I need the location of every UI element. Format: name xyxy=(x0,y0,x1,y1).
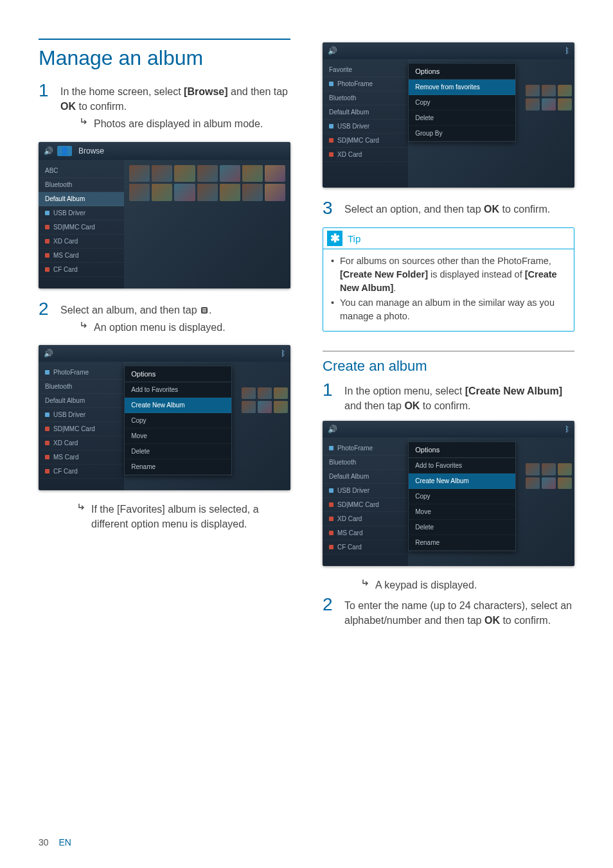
ss-sidebar-item: Bluetooth xyxy=(323,91,408,105)
tip-body: For albums on sources other than the Pho… xyxy=(323,249,574,331)
result-text: Photos are displayed in album mode. xyxy=(94,116,263,131)
ss-main: Options Add to FavoritesCreate New Album… xyxy=(124,362,290,490)
ss-sidebar: FavoritePhotoFrameBluetoothDefault Album… xyxy=(323,59,408,188)
ss-sidebar-item: PhotoFrame xyxy=(323,77,408,91)
step-body: Select an album, and then tap . An optio… xyxy=(60,300,290,337)
ss-popup-item: Add to Favorites xyxy=(409,458,515,474)
ss-thumbs xyxy=(129,165,285,202)
result-arrow-icon xyxy=(80,320,89,335)
volume-icon: 🔊 xyxy=(44,146,53,155)
step-result: A keypad is displayed. xyxy=(361,578,574,592)
ss-sidebar-item: USB Driver xyxy=(39,408,124,422)
bluetooth-icon: ᛒ xyxy=(565,425,569,434)
screenshot-browse: 🔊 👤 Browse ABCBluetoothDefault AlbumUSB … xyxy=(39,142,290,288)
ss-popup-item: Create New Album xyxy=(409,474,515,489)
ss-sidebar: PhotoFrameBluetoothDefault AlbumUSB Driv… xyxy=(39,362,124,490)
tip-box: ✱ Tip For albums on sources other than t… xyxy=(323,227,574,332)
section-title: Manage an album xyxy=(39,39,290,70)
create-step-2: 2 To enter the name (up to 24 characters… xyxy=(323,596,574,628)
text: . xyxy=(209,305,211,315)
ss-sidebar-item: Bluetooth xyxy=(39,380,124,394)
ss-popup-item: Create New Album xyxy=(125,398,231,413)
volume-icon: 🔊 xyxy=(328,46,337,55)
ss-popup-item: Move xyxy=(125,429,231,444)
ss-popup-title: Options xyxy=(409,64,515,80)
ss-popup-item: Delete xyxy=(409,111,515,126)
ss-popup-item: Copy xyxy=(409,489,515,504)
text: to confirm. xyxy=(76,101,127,112)
ss-popup-item: Delete xyxy=(125,444,231,459)
text: In the option menu, select xyxy=(344,385,465,396)
ss-sidebar-item: PhotoFrame xyxy=(323,441,408,456)
bluetooth-icon: ᛒ xyxy=(565,46,569,55)
step-result: If the [Favorites] album is selected, a … xyxy=(77,502,290,531)
ss-sidebar-item: SD|MMC Card xyxy=(323,498,408,512)
ss-sidebar-item: Default Album xyxy=(39,192,124,206)
ss-main: Options Add to FavoritesCreate New Album… xyxy=(408,438,574,566)
svg-rect-2 xyxy=(202,310,206,310)
step-result: Photos are displayed in album mode. xyxy=(80,116,290,131)
ss-sidebar: ABCBluetoothDefault AlbumUSB DriverSD|MM… xyxy=(39,160,124,288)
step-number: 1 xyxy=(39,82,51,100)
ss-popup: Options Add to FavoritesCreate New Album… xyxy=(408,441,516,551)
text: Select an album, and then tap xyxy=(60,305,200,315)
result-arrow-icon xyxy=(80,116,89,131)
screenshot-create-album: 🔊 ᛒ PhotoFrameBluetoothDefault AlbumUSB … xyxy=(323,421,574,566)
ss-popup-item: Rename xyxy=(409,535,515,551)
step-body: In the option menu, select [Create New A… xyxy=(344,381,574,413)
ss-sidebar-item: XD Card xyxy=(39,235,124,249)
step-number: 2 xyxy=(323,596,335,614)
tip-item: You can manage an album in the similar w… xyxy=(331,296,566,323)
ss-popup-title: Options xyxy=(409,442,515,458)
person-icon: 👤 xyxy=(57,146,72,156)
ss-sidebar-item: Bluetooth xyxy=(39,178,124,192)
ss-popup-item: Add to Favorites xyxy=(125,382,231,398)
step-number: 1 xyxy=(323,381,335,399)
page-footer: 30 EN xyxy=(39,837,71,847)
ss-thumbs xyxy=(526,463,572,489)
ss-popup: Options Remove from favoritesCopyDeleteG… xyxy=(408,63,516,142)
ss-sidebar-item: Default Album xyxy=(39,394,124,408)
page-lang: EN xyxy=(58,837,71,847)
ss-title: Browse xyxy=(78,146,104,155)
step-number: 3 xyxy=(323,199,335,217)
step-number: 2 xyxy=(39,300,51,318)
result-arrow-icon xyxy=(77,502,86,531)
ss-sidebar-item: PhotoFrame xyxy=(39,366,124,380)
ss-sidebar-item: MS Card xyxy=(39,249,124,263)
ss-header: 🔊 👤 Browse xyxy=(39,142,290,160)
create-step-1: 1 In the option menu, select [Create New… xyxy=(323,381,574,413)
ss-sidebar-item: Bluetooth xyxy=(323,456,408,470)
screenshot-options: 🔊 ᛒ PhotoFrameBluetoothDefault AlbumUSB … xyxy=(39,345,290,490)
ss-sidebar-item: SD|MMC Card xyxy=(323,134,408,148)
result-text: If the [Favorites] album is selected, a … xyxy=(91,502,290,531)
ss-header: 🔊 ᛒ xyxy=(39,345,290,362)
result-text: A keypad is displayed. xyxy=(375,578,477,592)
step-1: 1 In the home screen, select [Browse] an… xyxy=(39,82,290,134)
ss-sidebar-item: USB Driver xyxy=(323,484,408,498)
ss-sidebar-item: Default Album xyxy=(323,470,408,484)
result-text: An option menu is displayed. xyxy=(94,320,226,335)
ss-popup-item: Copy xyxy=(125,413,231,429)
text-bold: OK xyxy=(484,204,499,215)
text: Select an option, and then tap xyxy=(344,204,484,215)
step-body: Select an option, and then tap OK to con… xyxy=(344,199,574,217)
ss-sidebar-item: Favorite xyxy=(323,63,408,77)
text: and then tap xyxy=(344,400,404,411)
tip-label: Tip xyxy=(348,233,360,244)
ss-popup-item: Remove from favorites xyxy=(409,80,515,95)
ss-popup-item: Rename xyxy=(125,459,231,475)
ss-header: 🔊 ᛒ xyxy=(323,421,574,438)
text: to confirm. xyxy=(420,400,470,411)
step-body: To enter the name (up to 24 characters),… xyxy=(344,596,574,628)
tip-item: For albums on sources other than the Pho… xyxy=(331,254,566,295)
ss-popup-item: Copy xyxy=(409,95,515,111)
ss-main: Options Remove from favoritesCopyDeleteG… xyxy=(408,59,574,188)
page-number: 30 xyxy=(39,837,49,847)
screenshot-favorites-options: 🔊 ᛒ FavoritePhotoFrameBluetoothDefault A… xyxy=(323,42,574,188)
svg-rect-1 xyxy=(202,308,206,309)
ss-sidebar-item: USB Driver xyxy=(323,120,408,134)
ss-sidebar-item: Default Album xyxy=(323,105,408,120)
ss-sidebar-item: CF Card xyxy=(39,263,124,277)
ss-popup: Options Add to FavoritesCreate New Album… xyxy=(124,366,232,475)
